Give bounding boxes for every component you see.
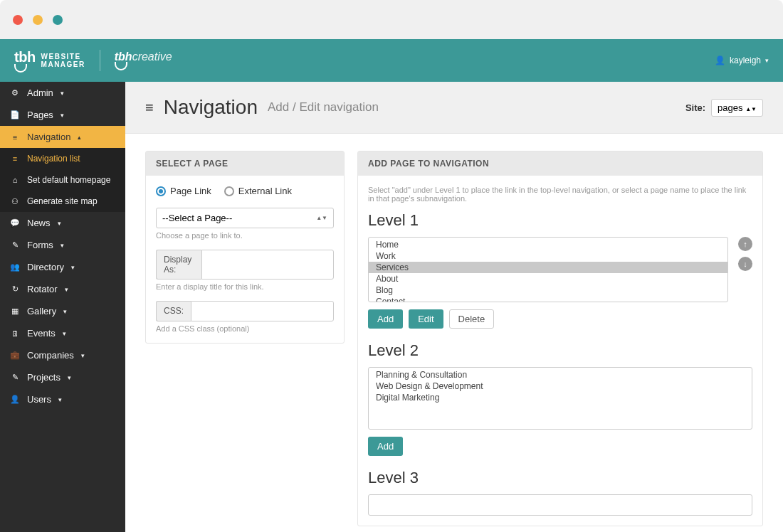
list-item[interactable]: Home bbox=[369, 239, 727, 250]
list-item[interactable]: Work bbox=[369, 250, 727, 262]
move-up-button[interactable]: ↑ bbox=[738, 237, 752, 251]
edit-button[interactable]: Edit bbox=[409, 309, 443, 329]
chevron-icon: ▾ bbox=[61, 242, 64, 249]
sidebar-icon: 📄 bbox=[10, 110, 20, 119]
sidebar: ⚙Admin▾📄Pages▾≡Navigation▴≡Navigation li… bbox=[0, 82, 125, 532]
browser-chrome bbox=[0, 0, 783, 39]
select-page-panel: SELECT A PAGE Page Link External Link bbox=[145, 151, 345, 344]
chevron-down-icon: ▾ bbox=[765, 57, 769, 64]
logo-tbh-text: tbh bbox=[14, 49, 36, 65]
css-input[interactable] bbox=[191, 301, 334, 321]
sidebar-item-generate-site-map[interactable]: ⚇Generate site map bbox=[0, 191, 125, 212]
main-content: ≡ Navigation Add / Edit navigation Site:… bbox=[125, 82, 783, 532]
instructions: Select "add" under Level 1 to place the … bbox=[368, 186, 752, 203]
list-icon: ≡ bbox=[145, 100, 154, 116]
radio-icon bbox=[224, 186, 234, 196]
add-page-panel: ADD PAGE TO NAVIGATION Select "add" unde… bbox=[357, 151, 763, 526]
chevron-icon: ▾ bbox=[58, 396, 62, 403]
sidebar-item-pages[interactable]: 📄Pages▾ bbox=[0, 104, 125, 126]
list-item[interactable]: Planning & Consultation bbox=[369, 369, 752, 381]
sidebar-icon: 💼 bbox=[10, 351, 20, 360]
sidebar-item-users[interactable]: 👤Users▾ bbox=[0, 388, 125, 410]
delete-button[interactable]: Delete bbox=[449, 309, 495, 329]
level1-listbox[interactable]: HomeWorkServicesAboutBlogContact bbox=[368, 237, 728, 302]
page-title: Navigation bbox=[164, 96, 258, 119]
page-subtitle: Add / Edit navigation bbox=[268, 100, 379, 115]
site-dropdown[interactable]: pages ▲▼ bbox=[711, 99, 763, 117]
radio-icon bbox=[156, 186, 166, 196]
sidebar-icon: ⚇ bbox=[10, 197, 20, 206]
sidebar-icon: ≡ bbox=[10, 154, 20, 163]
sidebar-item-companies[interactable]: 💼Companies▾ bbox=[0, 344, 125, 366]
add-button[interactable]: Add bbox=[368, 437, 403, 456]
help-text: Enter a display title for this link. bbox=[156, 282, 334, 291]
list-item[interactable]: Digital Marketing bbox=[369, 392, 752, 403]
panel-header: SELECT A PAGE bbox=[146, 151, 344, 176]
sidebar-icon: 💬 bbox=[10, 218, 20, 228]
sidebar-item-directory[interactable]: 👥Directory▾ bbox=[0, 256, 125, 278]
level3-title: Level 3 bbox=[368, 469, 752, 487]
panel-header: ADD PAGE TO NAVIGATION bbox=[358, 151, 762, 176]
sidebar-item-forms[interactable]: ✎Forms▾ bbox=[0, 234, 125, 256]
sidebar-item-rotator[interactable]: ↻Rotator▾ bbox=[0, 278, 125, 300]
logo-secondary: tbhcreative bbox=[115, 50, 172, 70]
site-label: Site: bbox=[685, 102, 705, 113]
sidebar-icon: ⌂ bbox=[10, 176, 20, 184]
sidebar-icon: ⚙ bbox=[10, 88, 20, 97]
chevron-icon: ▾ bbox=[63, 330, 66, 337]
chevron-icon: ▾ bbox=[63, 308, 67, 315]
chevron-icon: ▾ bbox=[68, 374, 71, 381]
chevron-icon: ▴ bbox=[78, 134, 81, 141]
list-item[interactable]: Contact bbox=[369, 296, 727, 302]
help-text: Add a CSS class (optional) bbox=[156, 324, 334, 333]
chevron-icon: ▾ bbox=[71, 264, 75, 271]
css-label: CSS: bbox=[156, 301, 191, 321]
user-icon: 👤 bbox=[715, 55, 725, 65]
display-as-label: Display As: bbox=[156, 250, 201, 280]
list-item[interactable]: About bbox=[369, 273, 727, 284]
sidebar-icon: ✎ bbox=[10, 373, 20, 382]
sidebar-icon: ✎ bbox=[10, 240, 20, 250]
window-min-dot[interactable] bbox=[33, 15, 43, 25]
help-text: Choose a page to link to. bbox=[156, 231, 334, 240]
move-down-button[interactable]: ↓ bbox=[738, 257, 752, 271]
level1-title: Level 1 bbox=[368, 211, 752, 230]
header-separator bbox=[100, 50, 100, 71]
level2-listbox[interactable]: Planning & ConsultationWeb Design & Deve… bbox=[368, 367, 752, 430]
window-close-dot[interactable] bbox=[13, 15, 23, 25]
sidebar-item-set-default-homepage[interactable]: ⌂Set default homepage bbox=[0, 169, 125, 191]
sidebar-item-navigation[interactable]: ≡Navigation▴ bbox=[0, 126, 125, 148]
radio-page-link[interactable]: Page Link bbox=[156, 186, 211, 196]
sidebar-icon: ↻ bbox=[10, 284, 20, 294]
display-as-input[interactable] bbox=[201, 250, 334, 280]
sidebar-icon: 👤 bbox=[10, 395, 20, 404]
sidebar-item-navigation-list[interactable]: ≡Navigation list bbox=[0, 148, 125, 169]
chevron-icon: ▾ bbox=[61, 90, 64, 97]
sidebar-icon: ≡ bbox=[10, 133, 20, 142]
page-header: ≡ Navigation Add / Edit navigation Site:… bbox=[125, 82, 783, 134]
sidebar-item-gallery[interactable]: ▦Gallery▾ bbox=[0, 300, 125, 322]
chevron-icon: ▾ bbox=[58, 220, 61, 227]
site-selector: Site: pages ▲▼ bbox=[685, 99, 763, 117]
sidebar-item-admin[interactable]: ⚙Admin▾ bbox=[0, 82, 125, 104]
add-button[interactable]: Add bbox=[368, 309, 403, 329]
radio-external-link[interactable]: External Link bbox=[224, 186, 292, 196]
list-item[interactable]: Services bbox=[369, 262, 727, 273]
chevron-icon: ▾ bbox=[81, 352, 85, 359]
window-max-dot[interactable] bbox=[53, 15, 63, 25]
chevron-icon: ▾ bbox=[65, 286, 68, 293]
page-select[interactable]: --Select a Page-- ▲▼ bbox=[156, 208, 334, 228]
sidebar-item-news[interactable]: 💬News▾ bbox=[0, 212, 125, 234]
list-item[interactable]: Blog bbox=[369, 284, 727, 296]
sidebar-item-events[interactable]: 🗓Events▾ bbox=[0, 322, 125, 344]
username: kayleigh bbox=[730, 55, 761, 65]
level2-title: Level 2 bbox=[368, 341, 752, 360]
level3-listbox[interactable] bbox=[368, 494, 752, 516]
logo-primary: tbh WEBSITE MANAGER bbox=[14, 49, 85, 73]
sidebar-item-projects[interactable]: ✎Projects▾ bbox=[0, 366, 125, 388]
user-menu[interactable]: 👤 kayleigh ▾ bbox=[715, 55, 769, 65]
list-item[interactable]: Web Design & Development bbox=[369, 381, 752, 392]
sidebar-icon: 👥 bbox=[10, 262, 20, 272]
chevron-icon: ▾ bbox=[61, 112, 64, 119]
sidebar-icon: ▦ bbox=[10, 307, 20, 316]
